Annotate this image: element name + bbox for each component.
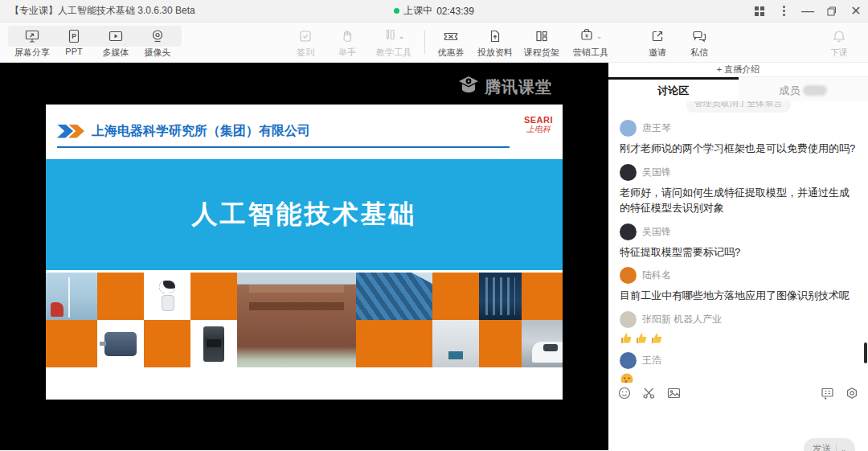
tencent-classroom-logo-icon [458, 76, 479, 99]
tab-members[interactable]: 成员 [739, 77, 868, 101]
sign-in-icon [298, 27, 313, 46]
montage-orange-tile [522, 273, 563, 320]
send-options-caret-icon: ⌄ [841, 445, 847, 451]
teaching-tools-button[interactable]: ⌄ 教学工具 [368, 23, 420, 62]
message-history-icon[interactable] [821, 387, 834, 400]
media-button-group: 屏幕分享 P PPT 多媒体 摄像头 [8, 23, 182, 62]
message-text: 老师好，请问如何生成特征提取模型，并通过生成的特征模型去识别对象 [620, 185, 857, 216]
panel-tabs: 讨论区 成员 [608, 77, 868, 101]
montage-photo-wind-turbine [46, 273, 97, 320]
chevron-down-icon: ⌄ [596, 32, 603, 40]
avatar [620, 223, 637, 240]
chat-message: 王浩 [620, 352, 857, 383]
montage-orange-tile [46, 320, 97, 367]
message-text: 目前工业中有哪些地方落地应用了图像识别技术呢 [620, 288, 857, 304]
document-push-icon [488, 27, 502, 46]
company-name: 上海电器科学研究所（集团）有限公司 [92, 123, 310, 140]
montage-orange-tile [190, 273, 237, 320]
materials-button[interactable]: 投放资料 [472, 23, 518, 62]
send-button[interactable]: 发送 ⌄ [804, 438, 855, 451]
brand-watermark: 腾讯课堂 [458, 76, 552, 99]
montage-orange-tile [144, 320, 190, 367]
chat-message-list: 管理员取消了全体禁言 唐王琴刚才老师说的两个学习框架也是可以免费使用的吗?吴国锋… [608, 101, 868, 383]
member-count-badge [803, 85, 827, 96]
play-video-icon [108, 27, 124, 46]
marketing-tools-button[interactable]: ¥ ⌄ 营销工具 [565, 23, 616, 62]
toolbar-divider [424, 31, 425, 54]
chat-settings-gear-icon[interactable] [845, 387, 858, 400]
avatar [620, 120, 637, 137]
shelf-layout-icon [534, 27, 549, 46]
montage-photo-institute-building [237, 273, 356, 367]
multimedia-button[interactable]: 多媒体 [95, 23, 137, 62]
coupon-icon [443, 27, 459, 46]
layout-grid-icon[interactable] [747, 0, 772, 22]
slide-header: 上海电器科学研究所（集团）有限公司 SEARI 上电科 [46, 105, 563, 158]
message-text: 刚才老师说的两个学习框架也是可以免费使用的吗? [620, 141, 857, 157]
slide-title-banner: 人工智能技术基础 [46, 159, 563, 270]
window-controls: — ✕ [747, 0, 868, 22]
chat-message: 张阳新 机器人产业 [620, 311, 857, 345]
presentation-stage: 腾讯课堂 上海电器科学研究所（集团）有限公司 SEARI 上电科 人工智能技术基… [0, 63, 608, 450]
titlebar: 【专业课】人工智能技术基础 3.0.6.30 Beta 上课中 02:43:39… [0, 0, 868, 23]
montage-orange-tile [432, 273, 479, 320]
chat-message: 陆科名目前工业中有哪些地方落地应用了图像识别技术呢 [620, 267, 857, 304]
message-author: 吴国锋 [642, 166, 671, 179]
montage-photo-lab-room [432, 320, 479, 367]
chat-scrollbar-thumb[interactable] [864, 342, 867, 363]
class-bell-icon [832, 27, 846, 46]
raise-hand-icon [340, 27, 354, 46]
avatar [620, 164, 637, 181]
face-emoji [620, 372, 857, 383]
svg-text:¥: ¥ [585, 33, 588, 39]
tab-discussion[interactable]: 讨论区 [608, 77, 739, 101]
camera-button[interactable]: 摄像头 [137, 23, 178, 62]
briefcase-yuan-icon: ¥ [579, 27, 594, 45]
message-author: 王浩 [642, 354, 661, 367]
chat-panel: + 直播介绍 讨论区 成员 管理员取消了全体禁言 唐王琴刚才老师说的两个学习框架… [608, 63, 868, 450]
chat-input-toolbar [608, 383, 868, 404]
minimize-icon[interactable]: — [796, 0, 820, 22]
end-class-button[interactable]: 下课 [818, 23, 860, 62]
communication-group: 邀请 私信 [637, 23, 720, 62]
montage-photo-robot [144, 273, 190, 320]
coupon-button[interactable]: 优惠券 [430, 23, 472, 62]
class-status-label: 上课中 [403, 4, 432, 18]
slide-title-text: 人工智能技术基础 [192, 197, 417, 232]
emoji-icon[interactable] [618, 387, 631, 400]
pen-ruler-icon [383, 27, 396, 45]
more-menu-icon[interactable] [772, 0, 796, 22]
invite-button[interactable]: 邀请 [637, 23, 678, 62]
screen-share-button[interactable]: 屏幕分享 [11, 23, 53, 62]
avatar [620, 352, 637, 369]
montage-photo-motor [97, 320, 144, 367]
message-author: 唐王琴 [642, 121, 671, 135]
raise-hand-button[interactable]: 举手 [326, 23, 368, 62]
montage-photo-circuit-breaker [190, 320, 237, 367]
brand-watermark-text: 腾讯课堂 [485, 76, 552, 98]
window-title: 【专业课】人工智能技术基础 3.0.6.30 Beta [0, 4, 195, 18]
close-icon[interactable]: ✕ [844, 0, 868, 22]
chat-message: 唐王琴刚才老师说的两个学习框架也是可以免费使用的吗? [620, 120, 857, 157]
avatar [620, 267, 637, 284]
restore-icon[interactable] [820, 0, 844, 22]
image-upload-icon[interactable] [667, 387, 681, 400]
course-shelf-button[interactable]: 课程货架 [518, 23, 565, 62]
ppt-button[interactable]: P PPT [53, 23, 95, 62]
webcam-icon [150, 27, 165, 46]
chevron-down-icon: ⌄ [399, 32, 405, 40]
chat-message: 吴国锋特征提取模型需要标记吗? [620, 223, 857, 260]
live-intro-button[interactable]: + 直播介绍 [608, 63, 868, 77]
svg-text:P: P [72, 32, 76, 40]
seari-logo: SEARI 上电科 [524, 116, 553, 133]
sign-in-button[interactable]: 签到 [285, 23, 326, 62]
photo-montage [46, 273, 563, 367]
chat-bubbles-icon [691, 27, 707, 46]
end-class-group: 下课 [818, 23, 860, 62]
dm-button[interactable]: 私信 [678, 23, 720, 62]
screenshot-scissors-icon[interactable] [642, 387, 656, 400]
class-tools-group: 签到 举手 ⌄ 教学工具 优惠券 [285, 23, 616, 62]
montage-photo-solar-panels [356, 273, 432, 320]
invite-share-icon [650, 27, 665, 46]
thumbs-up-emoji [620, 331, 857, 345]
